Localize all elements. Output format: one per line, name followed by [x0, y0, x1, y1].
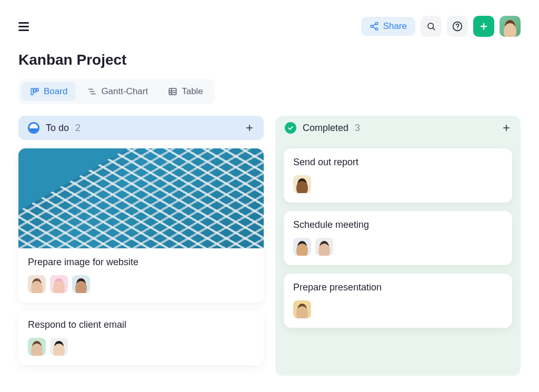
assignee-avatar[interactable]	[50, 338, 68, 356]
view-tab-gantt-label: Gantt-Chart	[101, 86, 148, 97]
svg-point-5	[428, 23, 434, 29]
view-tab-table-label: Table	[182, 86, 203, 97]
svg-rect-11	[31, 88, 33, 95]
gantt-icon	[87, 87, 97, 96]
card-assignees	[293, 175, 503, 193]
assignee-avatar[interactable]	[72, 275, 90, 293]
svg-line-4	[373, 24, 375, 26]
column-todo: To do 2 Prepare image for website	[18, 116, 264, 376]
user-avatar[interactable]	[500, 16, 521, 37]
svg-line-6	[433, 28, 434, 29]
card-cover-image	[18, 148, 264, 248]
assignee-avatar[interactable]	[293, 175, 311, 193]
column-count-completed: 3	[355, 123, 360, 134]
view-tab-board[interactable]: Board	[22, 82, 76, 101]
card-assignees	[28, 338, 254, 356]
search-icon	[426, 22, 436, 31]
help-button[interactable]	[447, 16, 468, 37]
card[interactable]: Schedule meeting	[284, 211, 512, 265]
assignee-avatar[interactable]	[28, 275, 46, 293]
card[interactable]: Prepare image for website	[18, 148, 264, 303]
share-icon	[370, 22, 379, 31]
svg-rect-13	[37, 88, 38, 91]
svg-rect-17	[169, 88, 176, 95]
assignee-avatar[interactable]	[293, 238, 311, 256]
assignee-avatar[interactable]	[50, 275, 68, 293]
card-title: Schedule meeting	[293, 219, 503, 230]
card[interactable]: Send out report	[284, 148, 512, 203]
column-name-todo: To do	[46, 123, 69, 134]
status-completed-icon	[285, 122, 296, 134]
assignee-avatar[interactable]	[315, 238, 333, 256]
plus-icon	[479, 22, 488, 31]
plus-icon	[502, 123, 511, 133]
column-name-completed: Completed	[303, 123, 348, 134]
status-todo-icon	[28, 122, 39, 134]
assignee-avatar[interactable]	[293, 300, 311, 318]
assignee-avatar[interactable]	[28, 338, 46, 356]
view-tab-board-label: Board	[44, 86, 67, 97]
page-title: Kanban Project	[18, 52, 521, 68]
svg-line-3	[373, 27, 375, 28]
view-switcher: Board Gantt-Chart Table	[18, 79, 215, 104]
help-icon	[452, 21, 463, 32]
svg-rect-12	[34, 88, 36, 93]
add-card-completed[interactable]	[502, 123, 511, 133]
search-button[interactable]	[421, 16, 442, 37]
card-assignees	[293, 300, 503, 318]
share-label: Share	[383, 21, 407, 32]
card-title: Prepare presentation	[293, 282, 503, 293]
add-card-todo[interactable]	[245, 123, 254, 133]
column-header-completed[interactable]: Completed 3	[275, 116, 521, 140]
menu-button[interactable]	[18, 22, 29, 31]
card[interactable]: Respond to client email	[18, 311, 264, 365]
share-button[interactable]: Share	[361, 17, 415, 36]
card-assignees	[293, 238, 503, 256]
table-icon	[168, 87, 177, 96]
plus-icon	[245, 123, 254, 133]
view-tab-gantt[interactable]: Gantt-Chart	[79, 82, 156, 101]
column-header-todo[interactable]: To do 2	[18, 116, 264, 140]
board-icon	[30, 87, 39, 96]
card-title: Respond to client email	[28, 319, 254, 330]
column-completed: Completed 3 Send out report Schedule mee…	[275, 116, 521, 376]
card-title: Prepare image for website	[28, 257, 254, 268]
column-count-todo: 2	[75, 123, 81, 134]
view-tab-table[interactable]: Table	[159, 82, 212, 101]
card-assignees	[28, 275, 254, 293]
kanban-board: To do 2 Prepare image for website	[0, 104, 539, 376]
card[interactable]: Prepare presentation	[284, 274, 512, 328]
svg-point-7	[453, 22, 462, 31]
create-button[interactable]	[473, 16, 494, 37]
svg-point-8	[457, 28, 457, 29]
card-title: Send out report	[293, 157, 503, 168]
